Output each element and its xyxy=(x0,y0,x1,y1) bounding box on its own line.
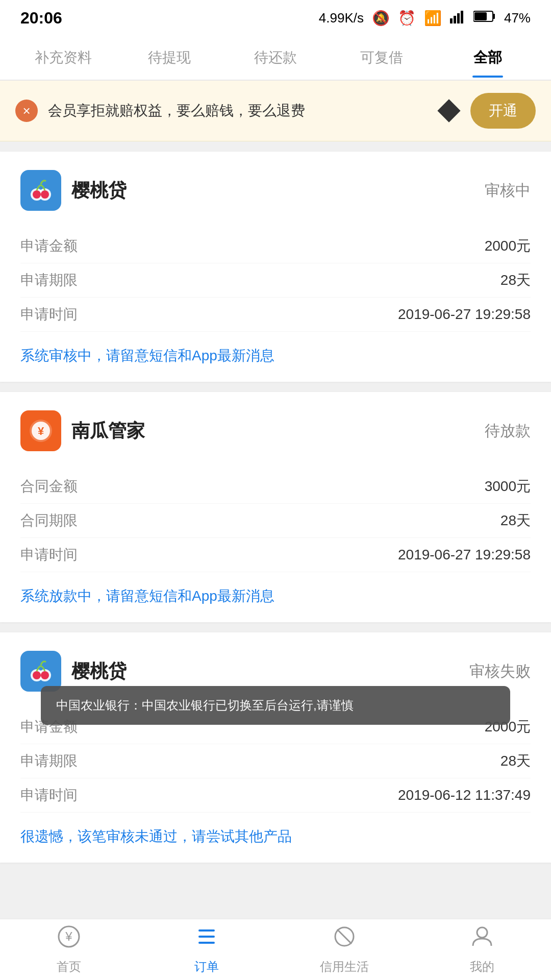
card-label-amount-1: 申请金额 xyxy=(20,236,78,256)
card-value-term-1: 28天 xyxy=(500,271,531,290)
battery-icon xyxy=(473,10,496,26)
wifi-icon: 📶 xyxy=(424,10,442,27)
card-name-3: 樱桃贷 xyxy=(71,659,127,684)
network-speed: 4.99K/s xyxy=(319,10,364,26)
svg-rect-21 xyxy=(198,936,215,938)
svg-line-24 xyxy=(337,929,352,944)
status-time: 20:06 xyxy=(20,9,62,28)
banner-text: 会员享拒就赔权益，要么赔钱，要么退费 xyxy=(48,101,428,120)
card-message-1[interactable]: 系统审核中，请留意短信和App最新消息 xyxy=(20,346,531,365)
svg-point-9 xyxy=(33,190,41,199)
nav-home-label: 首页 xyxy=(57,959,81,975)
svg-rect-2 xyxy=(457,13,460,23)
bottom-nav: ¥ 首页 订单 信用生活 xyxy=(0,919,551,980)
tab-buchong[interactable]: 补充资料 xyxy=(10,38,116,78)
card-row-time-2: 申请时间 2019-06-27 19:29:58 xyxy=(20,538,531,572)
banner-close-button[interactable]: × xyxy=(15,100,38,122)
card-status-3: 审核失败 xyxy=(469,661,531,682)
tab-all[interactable]: 全部 xyxy=(435,38,541,78)
battery-percent: 47% xyxy=(504,10,531,26)
status-bar: 20:06 4.99K/s 🔕 ⏰ 📶 xyxy=(0,0,551,36)
card-label-time-2: 申请时间 xyxy=(20,545,78,565)
svg-point-25 xyxy=(477,927,487,938)
nav-orders-label: 订单 xyxy=(194,959,219,975)
card-value-amount-2: 3000元 xyxy=(485,477,531,496)
svg-rect-6 xyxy=(474,12,487,20)
card-value-time-2: 2019-06-27 19:29:58 xyxy=(398,547,531,563)
svg-point-10 xyxy=(41,190,49,199)
card-label-term-3: 申请期限 xyxy=(20,751,78,771)
home-icon: ¥ xyxy=(57,924,81,954)
alarm-icon: ⏰ xyxy=(398,10,416,27)
card-row-term-1: 申请期限 28天 xyxy=(20,263,531,298)
diamond-icon xyxy=(438,100,460,122)
banner-open-button[interactable]: 开通 xyxy=(470,93,536,129)
card-row-term-2: 合同期限 28天 xyxy=(20,504,531,538)
tab-bar: 补充资料 待提现 待还款 可复借 全部 xyxy=(0,36,551,81)
card-value-time-3: 2019-06-12 11:37:49 xyxy=(398,787,531,803)
svg-rect-0 xyxy=(450,18,453,23)
signal-icon xyxy=(450,9,465,27)
card-title-row-2: ¥ 南瓜管家 xyxy=(20,410,145,451)
status-icons: 4.99K/s 🔕 ⏰ 📶 xyxy=(319,9,531,27)
loan-card-1: 樱桃贷 审核中 申请金额 2000元 申请期限 28天 申请时间 2019-06… xyxy=(0,152,551,382)
card-name-2: 南瓜管家 xyxy=(71,419,145,444)
card-status-1: 审核中 xyxy=(485,180,531,201)
content-area: 樱桃贷 审核中 申请金额 2000元 申请期限 28天 申请时间 2019-06… xyxy=(0,141,551,873)
nav-credit[interactable]: 信用生活 xyxy=(276,924,413,975)
tab-kefujie[interactable]: 可复借 xyxy=(329,38,435,78)
banner: × 会员享拒就赔权益，要么赔钱，要么退费 开通 xyxy=(0,81,551,141)
card-name-1: 樱桃贷 xyxy=(71,178,127,203)
svg-rect-22 xyxy=(198,942,215,944)
card-header-1: 樱桃贷 审核中 xyxy=(20,170,531,211)
card-logo-1 xyxy=(20,170,61,211)
card-label-time-1: 申请时间 xyxy=(20,305,78,324)
card-title-row-3: 樱桃贷 xyxy=(20,651,127,692)
nav-credit-label: 信用生活 xyxy=(320,959,369,975)
toast-notification: 中国农业银行：中国农业银行已切换至后台运行,请谨慎 xyxy=(41,686,510,725)
card-value-term-2: 28天 xyxy=(500,511,531,530)
card-label-amount-2: 合同金额 xyxy=(20,477,78,496)
svg-rect-20 xyxy=(198,929,215,932)
loan-card-2: ¥ 南瓜管家 待放款 合同金额 3000元 合同期限 28天 申请时间 2019… xyxy=(0,392,551,622)
svg-text:¥: ¥ xyxy=(65,929,72,943)
card-row-term-3: 申请期限 28天 xyxy=(20,744,531,778)
card-value-amount-1: 2000元 xyxy=(485,236,531,256)
card-value-term-3: 28天 xyxy=(500,751,531,771)
card-logo-3 xyxy=(20,651,61,692)
card-label-time-3: 申请时间 xyxy=(20,786,78,805)
nav-mine-label: 我的 xyxy=(470,959,494,975)
card-value-time-1: 2019-06-27 19:29:58 xyxy=(398,306,531,323)
mute-icon: 🔕 xyxy=(372,10,390,27)
card-label-term-2: 合同期限 xyxy=(20,511,78,530)
svg-text:¥: ¥ xyxy=(38,425,44,437)
mine-icon xyxy=(470,924,494,954)
card-title-row-1: 樱桃贷 xyxy=(20,170,127,211)
tab-daihuan[interactable]: 待还款 xyxy=(222,38,329,78)
svg-rect-3 xyxy=(461,11,463,23)
card-row-amount-1: 申请金额 2000元 xyxy=(20,229,531,263)
card-row-time-3: 申请时间 2019-06-12 11:37:49 xyxy=(20,778,531,813)
nav-orders[interactable]: 订单 xyxy=(138,924,276,975)
card-logo-2: ¥ xyxy=(20,410,61,451)
toast-text: 中国农业银行：中国农业银行已切换至后台运行,请谨慎 xyxy=(56,698,354,712)
svg-point-17 xyxy=(41,671,49,679)
tab-daiti[interactable]: 待提现 xyxy=(116,38,222,78)
card-message-3[interactable]: 很遗憾，该笔审核未通过，请尝试其他产品 xyxy=(20,827,531,846)
card-status-2: 待放款 xyxy=(485,421,531,442)
nav-home[interactable]: ¥ 首页 xyxy=(0,924,138,975)
svg-point-16 xyxy=(33,671,41,679)
svg-rect-1 xyxy=(454,16,456,23)
card-message-2[interactable]: 系统放款中，请留意短信和App最新消息 xyxy=(20,586,531,606)
card-header-2: ¥ 南瓜管家 待放款 xyxy=(20,410,531,451)
card-label-term-1: 申请期限 xyxy=(20,271,78,290)
nav-mine[interactable]: 我的 xyxy=(413,924,551,975)
card-row-amount-2: 合同金额 3000元 xyxy=(20,470,531,504)
card-row-time-1: 申请时间 2019-06-27 19:29:58 xyxy=(20,298,531,332)
orders-icon xyxy=(194,924,219,954)
credit-icon xyxy=(332,924,357,954)
loan-card-3: 樱桃贷 审核失败 申请金额 2000元 申请期限 28天 申请时间 2019-0… xyxy=(0,632,551,863)
svg-rect-5 xyxy=(493,14,495,19)
card-header-3: 樱桃贷 审核失败 xyxy=(20,651,531,692)
